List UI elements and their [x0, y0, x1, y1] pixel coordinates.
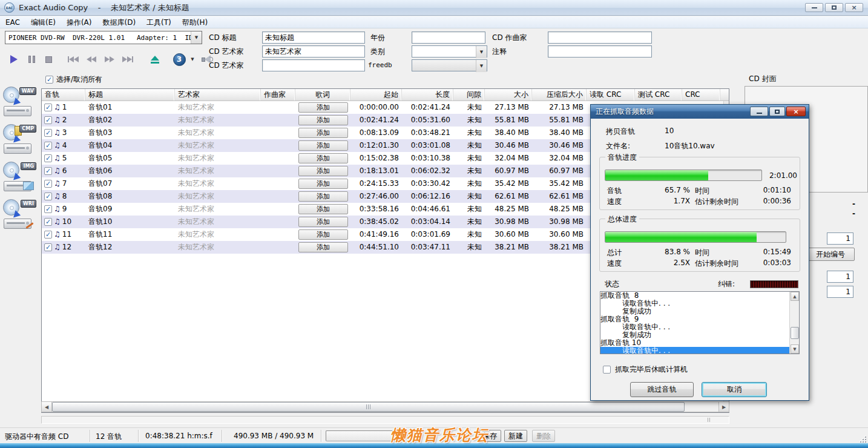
table-horizontal-scrollbar[interactable]: ◀ ▶	[41, 401, 729, 412]
column-header-2[interactable]: 艺术家	[175, 89, 261, 100]
close-button[interactable]: ×	[845, 3, 863, 12]
sidebar-action-cmp-button[interactable]: CMP	[2, 124, 38, 157]
add-lyrics-button[interactable]: 添加	[298, 191, 348, 202]
column-header-1[interactable]: 标题	[85, 89, 175, 100]
log-scroll-up[interactable]: ▲	[791, 292, 799, 301]
sidebar-action-wav-button[interactable]: WAV	[2, 86, 38, 120]
select-all-checkbox[interactable]: ✓	[45, 76, 53, 84]
menu-item-0[interactable]: EAC	[0, 16, 25, 28]
add-lyrics-button[interactable]: 添加	[298, 229, 348, 240]
log-scroll-down[interactable]: ▼	[791, 344, 799, 354]
add-lyrics-button[interactable]: 添加	[298, 140, 348, 151]
speed-dropdown-arrow[interactable]: ▼	[189, 53, 196, 66]
column-header-0[interactable]: 音轨	[42, 89, 85, 100]
track-checkbox[interactable]: ✓	[44, 193, 52, 200]
cd-performer-input[interactable]	[262, 59, 365, 71]
number-field-2[interactable]: 1	[827, 271, 853, 283]
column-header-3[interactable]: 作曲家	[261, 89, 295, 100]
track-checkbox[interactable]: ✓	[44, 243, 52, 251]
column-header-11[interactable]: 测试 CRC	[635, 89, 682, 100]
column-header-6[interactable]: 长度	[402, 89, 453, 100]
scroll-left-arrow[interactable]: ◀	[42, 402, 52, 412]
maximize-button[interactable]	[825, 3, 843, 12]
track-checkbox[interactable]: ✓	[44, 154, 52, 162]
statusbar-progress-box	[326, 430, 395, 441]
cd-composer-input[interactable]	[548, 31, 652, 44]
add-lyrics-button[interactable]: 添加	[298, 153, 348, 163]
log-line-7[interactable]: 读取音轨中. . .	[600, 347, 799, 354]
scroll-right-arrow[interactable]: ▶	[718, 402, 729, 412]
next-track-button[interactable]	[120, 53, 136, 66]
forward-button[interactable]	[102, 53, 117, 66]
column-header-5[interactable]: 起始	[350, 89, 402, 100]
log-scrollbar[interactable]: ▲ ▼	[789, 292, 799, 354]
resize-grip[interactable]	[859, 435, 866, 443]
add-lyrics-button[interactable]: 添加	[298, 115, 348, 125]
pause-button[interactable]	[24, 53, 39, 66]
add-lyrics-button[interactable]: 添加	[298, 128, 348, 138]
track-checkbox[interactable]: ✓	[44, 180, 52, 188]
comment-input[interactable]	[548, 45, 652, 58]
cd-title-input[interactable]: 未知标题	[262, 31, 365, 44]
menu-item-5[interactable]: 帮助(H)	[177, 16, 213, 28]
track-checkbox[interactable]: ✓	[44, 116, 52, 124]
number-field-1[interactable]: 1	[827, 232, 853, 245]
cancel-button[interactable]: 取消	[702, 382, 767, 397]
scroll-thumb[interactable]	[52, 402, 685, 412]
track-gap: 未知	[453, 114, 485, 127]
minimize-button[interactable]	[805, 3, 823, 12]
menu-item-2[interactable]: 操作(A)	[61, 16, 97, 28]
track-checkbox[interactable]: ✓	[44, 218, 52, 226]
status-log-list[interactable]: 抓取音轨 8读取音轨中. . .复制成功抓取音轨 9读取音轨中. . .复制成功…	[600, 291, 800, 354]
column-header-12[interactable]: CRC	[682, 89, 720, 100]
cd-artist-input[interactable]: 未知艺术家	[262, 45, 365, 58]
menu-item-1[interactable]: 编辑(E)	[25, 16, 61, 28]
sleep-after-checkbox[interactable]	[603, 366, 611, 374]
column-header-4[interactable]: 歌词	[295, 89, 350, 100]
menu-item-3[interactable]: 数据库(D)	[97, 16, 142, 28]
start-numbering-button[interactable]: 开始编号	[806, 248, 855, 261]
track-checkbox[interactable]: ✓	[44, 205, 52, 213]
genre-combo[interactable]: ▼	[412, 45, 487, 58]
dialog-close-button[interactable]: ×	[786, 107, 806, 116]
play-button[interactable]	[6, 53, 22, 66]
track-checkbox[interactable]: ✓	[44, 231, 52, 239]
number-field-3[interactable]: 1	[827, 286, 853, 298]
freedb-combo[interactable]: ▼	[412, 59, 487, 71]
track-checkbox[interactable]: ✓	[44, 167, 52, 175]
track-eta: 0:00:36	[755, 197, 791, 205]
add-lyrics-button[interactable]: 添加	[298, 242, 348, 252]
dialog-maximize-button[interactable]	[769, 107, 785, 116]
menu-item-4[interactable]: 工具(T)	[141, 16, 177, 28]
eject-button[interactable]	[148, 53, 162, 66]
badge-cmp: CMP	[19, 125, 36, 133]
column-header-9[interactable]: 压缩后大小	[532, 89, 587, 100]
track-checkbox[interactable]: ✓	[44, 129, 52, 137]
add-lyrics-button[interactable]: 添加	[298, 102, 348, 113]
rewind-button[interactable]	[84, 53, 99, 66]
sidebar-action-img-button[interactable]: IMG	[2, 161, 38, 195]
add-lyrics-button[interactable]: 添加	[298, 166, 348, 176]
skip-track-button[interactable]: 跳过音轨	[630, 382, 694, 397]
year-input[interactable]	[412, 31, 485, 44]
prev-track-button[interactable]	[65, 53, 81, 66]
dialog-minimize-button[interactable]	[750, 107, 768, 116]
error-correction-label: 纠错:	[718, 279, 735, 289]
log-scroll-thumb[interactable]	[791, 327, 799, 339]
sidebar-action-wri-button[interactable]: WRI	[2, 199, 38, 232]
column-header-10[interactable]: 读取 CRC	[587, 89, 635, 100]
add-lyrics-button[interactable]: 添加	[298, 217, 348, 227]
add-lyrics-button[interactable]: 添加	[298, 179, 348, 189]
speed-selector-button[interactable]: 3	[172, 53, 186, 66]
stop-button[interactable]	[41, 53, 56, 66]
add-lyrics-button[interactable]: 添加	[298, 204, 348, 214]
column-header-8[interactable]: 大小	[485, 89, 532, 100]
new-button[interactable]: 新建	[504, 430, 527, 442]
column-header-7[interactable]: 间隙	[453, 89, 485, 100]
drive-selector[interactable]: PIONEER DVD-RW DVR-220L 1.01 Adapter: 1 …	[5, 31, 202, 44]
total-time-label: 时间	[695, 248, 709, 258]
track-checkbox[interactable]: ✓	[44, 142, 52, 150]
track-checkbox[interactable]: ✓	[44, 104, 52, 111]
delete-button[interactable]: 删除	[532, 430, 555, 442]
drive-dropdown-arrow[interactable]: ▼	[191, 31, 202, 44]
